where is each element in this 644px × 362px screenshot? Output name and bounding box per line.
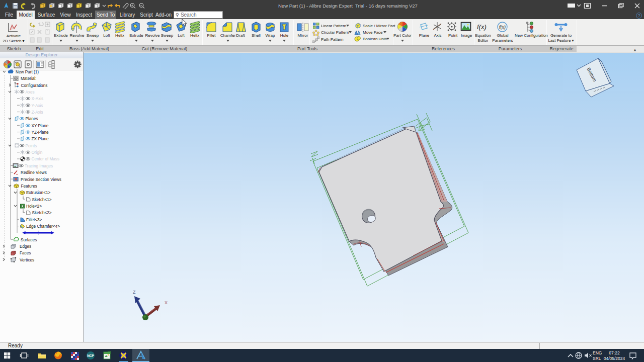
svg-text:Fillet<3>: Fillet<3> xyxy=(26,218,42,222)
svg-text:Origin: Origin xyxy=(32,150,43,155)
svg-text:X-Axis: X-Axis xyxy=(32,97,44,101)
svg-text:Surfaces: Surfaces xyxy=(21,238,37,242)
svg-text:Material:: Material: xyxy=(21,76,36,81)
svg-text:X: X xyxy=(165,300,168,305)
svg-text:Faces: Faces xyxy=(20,251,31,255)
svg-text:Z: Z xyxy=(133,290,136,295)
svg-text:Vertices: Vertices xyxy=(20,258,34,262)
svg-text:XY-Plane: XY-Plane xyxy=(32,124,49,128)
svg-text:Features: Features xyxy=(21,184,37,189)
svg-text:Y-Axis: Y-Axis xyxy=(32,104,43,108)
svg-text:YZ-Plane: YZ-Plane xyxy=(32,130,49,135)
svg-text:Planes: Planes xyxy=(26,117,38,121)
svg-text:Sketch<1>: Sketch<1> xyxy=(32,198,52,202)
svg-text:Axes: Axes xyxy=(26,90,35,95)
svg-text:New Part (1): New Part (1) xyxy=(16,70,39,74)
svg-text:07:22: 07:22 xyxy=(609,350,620,355)
svg-text:Precise Section Views: Precise Section Views xyxy=(21,177,61,182)
svg-text:Center of Mass: Center of Mass xyxy=(32,157,60,161)
svg-text:Redline Views: Redline Views xyxy=(21,170,47,175)
svg-text:Edges: Edges xyxy=(20,244,31,249)
svg-text:Z-Axis: Z-Axis xyxy=(32,110,43,115)
svg-text:Edge Chamfer<4>: Edge Chamfer<4> xyxy=(26,224,60,229)
svg-text:Configurations: Configurations xyxy=(21,83,48,88)
svg-text:Hole<2>: Hole<2> xyxy=(26,204,42,209)
svg-text:ENG: ENG xyxy=(593,350,602,355)
svg-text:Points: Points xyxy=(26,144,37,148)
svg-text:04/05/2024: 04/05/2024 xyxy=(604,356,625,361)
svg-text:ZX-Plane: ZX-Plane xyxy=(32,137,49,141)
svg-text:f(x): f(x) xyxy=(499,25,506,30)
svg-text:NCP: NCP xyxy=(87,354,94,357)
svg-text:Tracing Images: Tracing Images xyxy=(25,164,53,168)
svg-text:SRL: SRL xyxy=(593,356,601,361)
svg-text:Extrusion<1>: Extrusion<1> xyxy=(26,191,50,195)
svg-text:Sketch<2>: Sketch<2> xyxy=(32,211,52,215)
